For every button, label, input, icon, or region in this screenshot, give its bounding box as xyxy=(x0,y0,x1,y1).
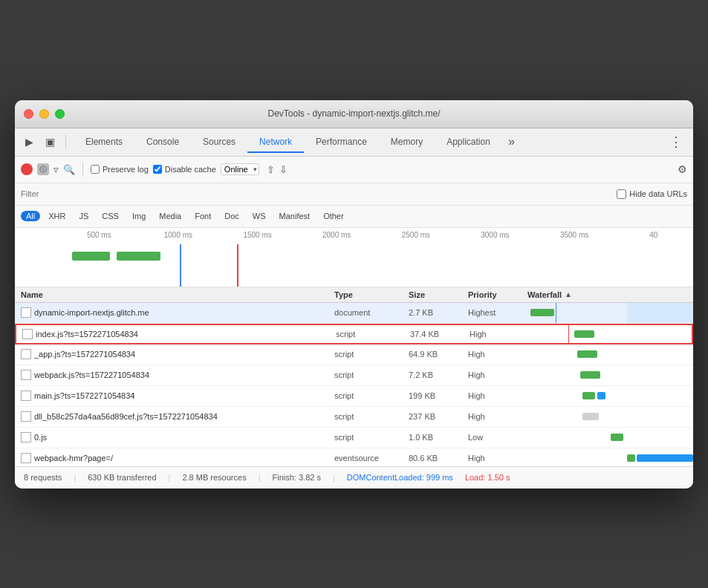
table-row[interactable]: _app.js?ts=1572271054834 script 64.9 KB … xyxy=(15,344,693,365)
top-toolbar: ▶ ▣ Elements Console Sources Network Per… xyxy=(15,128,693,157)
type-btn-media[interactable]: Media xyxy=(154,211,186,221)
tab-more[interactable]: » xyxy=(502,132,521,153)
hide-data-urls-checkbox[interactable] xyxy=(617,189,626,199)
preserve-log-label: Preserve log xyxy=(103,165,149,174)
header-waterfall[interactable]: Waterfall ▲ xyxy=(527,290,693,299)
maximize-button[interactable] xyxy=(55,109,65,119)
cell-size-1: 37.4 KB xyxy=(410,330,470,339)
search-icon[interactable]: 🔍 xyxy=(63,164,75,175)
type-btn-css[interactable]: CSS xyxy=(97,211,124,221)
header-size[interactable]: Size xyxy=(409,290,468,299)
close-button[interactable] xyxy=(24,109,33,119)
cell-waterfall-0 xyxy=(527,303,693,324)
tab-memory[interactable]: Memory xyxy=(379,132,435,153)
cell-type-3: script xyxy=(334,370,409,379)
minimize-button[interactable] xyxy=(39,109,49,119)
wf-blue-line-0 xyxy=(556,303,556,324)
wf-bar-5a xyxy=(582,413,599,420)
type-btn-doc[interactable]: Doc xyxy=(219,211,244,221)
tl-label-3: 2000 ms xyxy=(297,231,377,239)
cell-waterfall-7 xyxy=(527,448,693,466)
cell-type-5: script xyxy=(334,412,409,421)
type-btn-ws[interactable]: WS xyxy=(247,211,271,221)
filter-input[interactable] xyxy=(21,189,123,198)
table-row[interactable]: index.js?ts=1572271054834 script 37.4 KB… xyxy=(15,324,693,344)
online-select[interactable]: Online xyxy=(221,163,259,175)
dom-content-loaded[interactable]: DOMContentLoaded: 999 ms xyxy=(347,473,453,482)
type-btn-js[interactable]: JS xyxy=(74,211,94,221)
wf-highlight-0 xyxy=(627,303,693,324)
type-btn-other[interactable]: Other xyxy=(318,211,349,221)
upload-icon[interactable]: ⇧ xyxy=(267,164,275,175)
row-icon-5 xyxy=(21,411,31,422)
red-marker-line xyxy=(237,244,238,287)
cell-type-4: script xyxy=(334,391,409,400)
disable-cache-group: Disable cache xyxy=(153,165,216,174)
tl-label-4: 2500 ms xyxy=(377,231,456,239)
filter-icon[interactable]: ▿ xyxy=(53,164,59,175)
preserve-log-group: Preserve log xyxy=(91,165,149,174)
tab-elements[interactable]: Elements xyxy=(74,132,134,153)
cell-name-5: dll_b58c257da4aa56d89cef.js?ts=157227105… xyxy=(15,411,334,422)
type-btn-xhr[interactable]: XHR xyxy=(43,211,71,221)
cell-waterfall-4 xyxy=(527,385,693,406)
download-icon[interactable]: ⇩ xyxy=(279,164,288,175)
cell-waterfall-1 xyxy=(529,324,692,344)
wf-bar-4a xyxy=(582,392,596,399)
cell-waterfall-5 xyxy=(527,406,693,427)
table-row[interactable]: main.js?ts=1572271054834 script 199 KB H… xyxy=(15,386,693,407)
cell-name-3: webpack.js?ts=1572271054834 xyxy=(15,370,334,380)
tab-performance[interactable]: Performance xyxy=(304,132,379,153)
tab-console[interactable]: Console xyxy=(134,132,191,153)
preserve-log-checkbox[interactable] xyxy=(91,165,100,174)
cell-size-3: 7.2 KB xyxy=(409,370,468,379)
title-bar: DevTools - dynamic-import-nextjs.glitch.… xyxy=(15,100,693,128)
settings-icon[interactable]: ⚙ xyxy=(678,163,687,175)
type-btn-img[interactable]: Img xyxy=(127,211,151,221)
table-row[interactable]: webpack.js?ts=1572271054834 script 7.2 K… xyxy=(15,365,693,386)
tl-label-6: 3500 ms xyxy=(535,231,614,239)
tl-bar-1 xyxy=(72,252,110,261)
kebab-menu[interactable]: ⋮ xyxy=(665,131,687,153)
timeline-labels: 500 ms 1000 ms 1500 ms 2000 ms 2500 ms 3… xyxy=(59,231,693,239)
cell-name-1: index.js?ts=1572271054834 xyxy=(16,329,336,339)
table-row[interactable]: dll_b58c257da4aa56d89cef.js?ts=157227105… xyxy=(15,407,693,428)
tl-label-5: 3000 ms xyxy=(455,231,535,239)
wf-bar-1a xyxy=(574,330,594,338)
row-icon-1 xyxy=(22,329,33,339)
resources-size: 2.8 MB resources xyxy=(182,473,246,482)
type-btn-font[interactable]: Font xyxy=(189,211,216,221)
svg-line-1 xyxy=(42,168,45,171)
disable-cache-checkbox[interactable] xyxy=(153,165,162,174)
blue-marker-line xyxy=(180,244,181,287)
stop-button[interactable] xyxy=(37,163,49,175)
header-type[interactable]: Type xyxy=(334,290,409,299)
cell-type-1: script xyxy=(336,330,410,339)
cell-size-5: 237 KB xyxy=(409,412,468,421)
inspect-icon[interactable]: ▣ xyxy=(42,134,58,150)
cell-priority-3: High xyxy=(468,370,527,379)
record-button[interactable] xyxy=(21,163,33,175)
table-row[interactable]: dynamic-import-nextjs.glitch.me document… xyxy=(15,303,693,324)
header-name[interactable]: Name xyxy=(15,290,334,299)
tab-application[interactable]: Application xyxy=(435,132,502,153)
cell-name-4: main.js?ts=1572271054834 xyxy=(15,391,334,401)
tl-label-0: 500 ms xyxy=(59,231,139,239)
cell-waterfall-6 xyxy=(527,427,693,448)
row-icon-7 xyxy=(21,453,31,463)
table-row[interactable]: webpack-hmr?page=/ eventsource 80.6 KB H… xyxy=(15,448,693,466)
tl-label-2: 1500 ms xyxy=(218,231,297,239)
type-btn-all[interactable]: All xyxy=(21,211,40,221)
header-priority[interactable]: Priority xyxy=(468,290,527,299)
cursor-icon[interactable]: ▶ xyxy=(21,134,37,150)
timeline-chart xyxy=(59,244,693,287)
type-btn-manifest[interactable]: Manifest xyxy=(274,211,316,221)
load-time: Load: 1.50 s xyxy=(465,473,510,482)
wf-red-line-1 xyxy=(568,324,569,344)
tab-network[interactable]: Network xyxy=(247,132,304,153)
toolbar-separator xyxy=(65,134,66,149)
cell-type-0: document xyxy=(334,308,409,317)
table-row[interactable]: 0.js script 1.0 KB Low xyxy=(15,428,693,448)
tab-sources[interactable]: Sources xyxy=(191,132,247,153)
cell-size-7: 80.6 KB xyxy=(409,454,468,463)
